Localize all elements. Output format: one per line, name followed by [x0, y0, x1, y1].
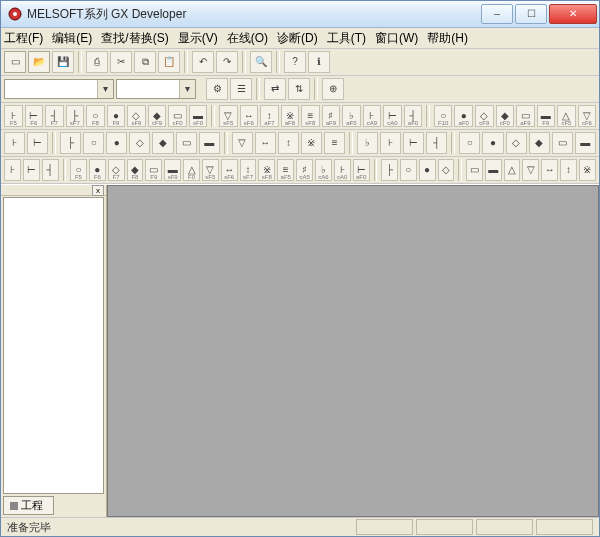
- tool-g6[interactable]: ▬sF9: [164, 159, 181, 181]
- tool-copy[interactable]: ⧉: [134, 51, 156, 73]
- menu-file[interactable]: 工程(F): [4, 30, 43, 47]
- tool-l1[interactable]: ⊦F5: [4, 105, 23, 127]
- tool-p7[interactable]: ♭aF5: [342, 105, 361, 127]
- tool-i2[interactable]: ▬: [485, 159, 502, 181]
- tool-i4[interactable]: ▽: [522, 159, 539, 181]
- tool-a2[interactable]: ⊢: [27, 132, 48, 154]
- tool-g2[interactable]: ●F6: [89, 159, 106, 181]
- tool-c2[interactable]: ↔: [255, 132, 276, 154]
- tool-a1[interactable]: ⊦: [4, 132, 25, 154]
- menu-find[interactable]: 查找/替换(S): [101, 30, 168, 47]
- tool-g1[interactable]: ○F5: [70, 159, 87, 181]
- tool-i7[interactable]: ※: [579, 159, 596, 181]
- tool-q2[interactable]: ●aF0: [454, 105, 473, 127]
- tool-l3[interactable]: ┤F7: [45, 105, 64, 127]
- tool-i1[interactable]: ▭: [466, 159, 483, 181]
- close-button[interactable]: ✕: [549, 4, 597, 24]
- tool-l6[interactable]: ●F9: [107, 105, 126, 127]
- menu-diag[interactable]: 诊断(D): [277, 30, 318, 47]
- tool-f2[interactable]: ⊢: [23, 159, 40, 181]
- tool-p8[interactable]: ⊦cA9: [363, 105, 382, 127]
- tool-redo[interactable]: ↷: [216, 51, 238, 73]
- tool-i3[interactable]: △: [504, 159, 521, 181]
- tool-e3[interactable]: ◇: [506, 132, 527, 154]
- sidebar-tab-project[interactable]: 工程: [3, 496, 54, 515]
- tool-g12[interactable]: ≡aF5: [277, 159, 294, 181]
- tool-b3[interactable]: ●: [106, 132, 127, 154]
- tool-p2[interactable]: ↔sF6: [240, 105, 259, 127]
- tool-p4[interactable]: ※aF8: [281, 105, 300, 127]
- tool-help[interactable]: ?: [284, 51, 306, 73]
- tool-e2[interactable]: ●: [482, 132, 503, 154]
- tool-q1[interactable]: ○F10: [434, 105, 453, 127]
- tool-b4[interactable]: ◇: [129, 132, 150, 154]
- combo-device[interactable]: ▾: [116, 79, 196, 99]
- tool-d1[interactable]: ♭: [357, 132, 378, 154]
- tool-e6[interactable]: ▬: [575, 132, 596, 154]
- tool-c4[interactable]: ※: [301, 132, 322, 154]
- tool-link2[interactable]: ⇅: [288, 78, 310, 100]
- tool-link1[interactable]: ⇄: [264, 78, 286, 100]
- tool-b1[interactable]: ├: [60, 132, 81, 154]
- tool-b7[interactable]: ▬: [199, 132, 220, 154]
- tool-q5[interactable]: ▭aF9: [516, 105, 535, 127]
- tool-g16[interactable]: ⊢aF0: [353, 159, 370, 181]
- tool-b6[interactable]: ▭: [176, 132, 197, 154]
- tool-help2[interactable]: ℹ: [308, 51, 330, 73]
- tool-q3[interactable]: ◇cF9: [475, 105, 494, 127]
- tool-undo[interactable]: ↶: [192, 51, 214, 73]
- tool-save[interactable]: 💾: [52, 51, 74, 73]
- sidebar-close-button[interactable]: x: [92, 185, 104, 196]
- tool-new[interactable]: ▭: [4, 51, 26, 73]
- tool-h2[interactable]: ○: [400, 159, 417, 181]
- menu-online[interactable]: 在线(O): [227, 30, 268, 47]
- tool-h3[interactable]: ●: [419, 159, 436, 181]
- tool-e4[interactable]: ◆: [529, 132, 550, 154]
- menu-edit[interactable]: 编辑(E): [52, 30, 92, 47]
- tool-g13[interactable]: ♯cA5: [296, 159, 313, 181]
- tool-print[interactable]: ⎙: [86, 51, 108, 73]
- tool-g10[interactable]: ↕sF7: [240, 159, 257, 181]
- tool-d3[interactable]: ⊢: [403, 132, 424, 154]
- tool-paste[interactable]: 📋: [158, 51, 180, 73]
- tool-f3[interactable]: ┤: [42, 159, 59, 181]
- tool-g3[interactable]: ◇F7: [108, 159, 125, 181]
- tool-cfg[interactable]: ⚙: [206, 78, 228, 100]
- tool-d4[interactable]: ┤: [426, 132, 447, 154]
- tool-p3[interactable]: ↕aF7: [260, 105, 279, 127]
- tool-b5[interactable]: ◆: [152, 132, 173, 154]
- tool-g15[interactable]: ⊦cA0: [334, 159, 351, 181]
- tool-i6[interactable]: ↕: [560, 159, 577, 181]
- tool-l5[interactable]: ○F8: [86, 105, 105, 127]
- tool-zoom[interactable]: ⊕: [322, 78, 344, 100]
- minimize-button[interactable]: –: [481, 4, 513, 24]
- tool-g8[interactable]: ▽sF5: [202, 159, 219, 181]
- tool-h1[interactable]: ├: [381, 159, 398, 181]
- tool-g14[interactable]: ♭cA6: [315, 159, 332, 181]
- menu-window[interactable]: 窗口(W): [375, 30, 418, 47]
- tool-q6[interactable]: ▬F9: [537, 105, 556, 127]
- tool-g11[interactable]: ※sF8: [258, 159, 275, 181]
- tool-i5[interactable]: ↔: [541, 159, 558, 181]
- tool-p5[interactable]: ≡sF8: [301, 105, 320, 127]
- tool-l8[interactable]: ◆cF9: [148, 105, 167, 127]
- tool-e1[interactable]: ○: [459, 132, 480, 154]
- tool-p10[interactable]: ┤aF0: [404, 105, 423, 127]
- tool-q7[interactable]: △cF5: [557, 105, 576, 127]
- tool-p1[interactable]: ▽sF5: [219, 105, 238, 127]
- maximize-button[interactable]: ☐: [515, 4, 547, 24]
- tool-cut[interactable]: ✂: [110, 51, 132, 73]
- tool-l9[interactable]: ▭cF0: [168, 105, 187, 127]
- tool-d2[interactable]: ⊦: [380, 132, 401, 154]
- tool-g9[interactable]: ↔sF6: [221, 159, 238, 181]
- tool-g5[interactable]: ▭F9: [145, 159, 162, 181]
- tool-q4[interactable]: ◆cF0: [496, 105, 515, 127]
- tool-f1[interactable]: ⊦: [4, 159, 21, 181]
- tool-g4[interactable]: ◆F8: [127, 159, 144, 181]
- tool-find[interactable]: 🔍: [250, 51, 272, 73]
- combo-program[interactable]: ▾: [4, 79, 114, 99]
- tool-l2[interactable]: ⊢F6: [25, 105, 44, 127]
- project-tree[interactable]: [3, 197, 104, 494]
- menu-view[interactable]: 显示(V): [178, 30, 218, 47]
- tool-h4[interactable]: ◇: [438, 159, 455, 181]
